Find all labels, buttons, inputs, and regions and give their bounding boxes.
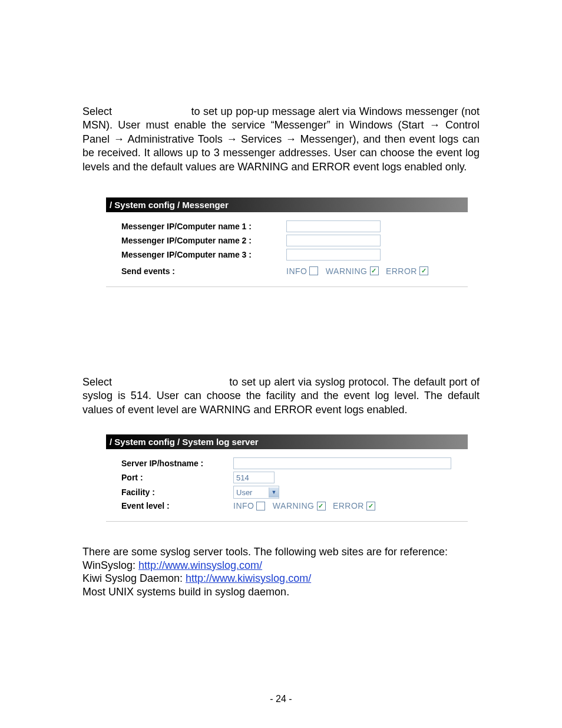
error-label: ERROR	[386, 266, 417, 276]
facility-select[interactable]: User ▼	[233, 486, 279, 499]
messenger-ip-3-input[interactable]	[286, 249, 381, 261]
port-input[interactable]	[233, 472, 275, 483]
kiwi-prefix: Kiwi Syslog Daemon:	[82, 572, 186, 584]
syslog-config-panel: / System config / System log server Serv…	[106, 434, 468, 522]
syslog-info-label: INFO	[233, 501, 254, 510]
messenger-ip-2-input[interactable]	[286, 235, 381, 246]
notes-line4: Most UNIX systems build in syslog daemon…	[82, 585, 480, 599]
syslog-intro-paragraph: Select to set up alert via syslog protoc…	[82, 375, 480, 417]
syslog-warning-checkbox[interactable]: ✓	[317, 502, 326, 510]
syslog-warning-label: WARNING	[273, 501, 315, 510]
syslog-intro-text: to set up alert via syslog protocol. The…	[82, 376, 480, 416]
page-number: - 24 -	[0, 694, 562, 704]
syslog-info-checkbox[interactable]	[256, 502, 265, 510]
server-ip-input[interactable]	[233, 457, 451, 469]
error-checkbox[interactable]: ✓	[419, 266, 428, 275]
server-ip-label: Server IP/hostname :	[121, 459, 233, 468]
messenger-ip-1-label: Messenger IP/Computer name 1 :	[121, 222, 286, 231]
winsyslog-link[interactable]: http://www.winsyslog.com/	[138, 559, 262, 571]
event-level-label: Event level :	[121, 501, 233, 510]
kiwi-link[interactable]: http://www.kiwisyslog.com/	[186, 572, 311, 584]
select-word: Select	[82, 106, 112, 117]
info-label: INFO	[286, 266, 307, 276]
messenger-intro-text: to set up pop-up message alert via Windo…	[82, 106, 480, 173]
messenger-event-checkboxes: INFO WARNING ✓ ERROR ✓	[286, 266, 428, 276]
chevron-down-icon: ▼	[269, 487, 279, 498]
select-word-2: Select	[82, 376, 112, 388]
winsyslog-prefix: WinSyslog:	[82, 559, 138, 571]
messenger-intro-paragraph: Select to set up pop-up message alert vi…	[82, 105, 480, 174]
syslog-error-label: ERROR	[333, 501, 364, 510]
messenger-panel-title: / System config / Messenger	[106, 197, 468, 212]
info-checkbox[interactable]	[309, 266, 318, 275]
messenger-ip-1-input[interactable]	[286, 220, 381, 232]
warning-label: WARNING	[326, 266, 368, 276]
warning-checkbox[interactable]: ✓	[370, 266, 379, 275]
syslog-error-checkbox[interactable]: ✓	[366, 502, 375, 510]
messenger-config-panel: / System config / Messenger Messenger IP…	[106, 197, 468, 287]
messenger-ip-2-label: Messenger IP/Computer name 2 :	[121, 236, 286, 245]
syslog-event-checkboxes: INFO WARNING ✓ ERROR ✓	[233, 501, 375, 510]
syslog-panel-title: / System config / System log server	[106, 434, 468, 449]
notes-section: There are some syslog server tools. The …	[82, 545, 480, 598]
facility-label: Facility :	[121, 487, 233, 497]
messenger-ip-3-label: Messenger IP/Computer name 3 :	[121, 250, 286, 259]
facility-value: User	[236, 488, 252, 497]
port-label: Port :	[121, 473, 233, 482]
notes-line1: There are some syslog server tools. The …	[82, 545, 480, 559]
send-events-label: Send events :	[121, 266, 286, 276]
